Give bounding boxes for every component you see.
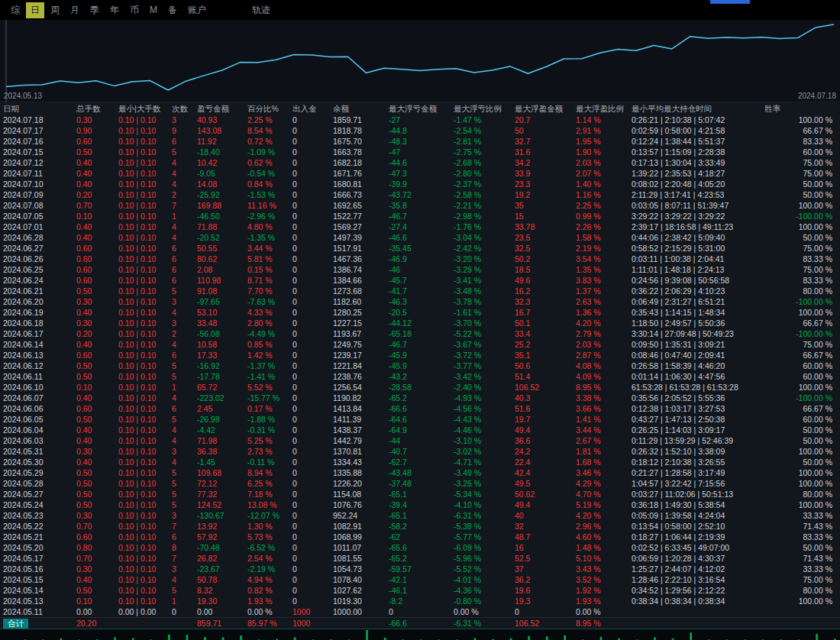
tab-summary[interactable]: 综 bbox=[6, 2, 24, 18]
table-row[interactable]: 2024.06.250.600.10 | 0.1062.080.15 %0138… bbox=[0, 264, 840, 275]
table-cell: 3 bbox=[169, 296, 194, 307]
table-cell: 2024.05.22 bbox=[0, 521, 73, 532]
table-row[interactable]: 2024.07.010.400.10 | 0.10471.884.80 %015… bbox=[0, 221, 840, 232]
table-row[interactable]: 2024.05.310.300.10 | 0.10336.382.73 %013… bbox=[0, 446, 840, 457]
table-cell: 35 bbox=[512, 200, 573, 211]
table-cell: 91.08 bbox=[194, 286, 244, 296]
table-cell: 0 bbox=[289, 499, 330, 510]
tab-weekly[interactable]: 周 bbox=[46, 2, 64, 18]
table-row[interactable]: 2024.05.290.500.10 | 0.105109.688.94 %01… bbox=[0, 467, 840, 478]
table-row[interactable]: 2024.06.050.500.10 | 0.105-26.98-1.88 %0… bbox=[0, 414, 840, 425]
table-cell: 3 bbox=[169, 115, 194, 125]
tab-yearly[interactable]: 年 bbox=[105, 2, 124, 18]
col-header-total-lots[interactable]: 总手数 bbox=[73, 102, 115, 115]
table-cell: 0:34:52 | 1:29:56 | 2:12:22 bbox=[628, 585, 761, 596]
table-row[interactable]: 2024.05.280.500.10 | 0.10572.126.25 %012… bbox=[0, 478, 840, 489]
table-row[interactable]: 2024.06.280.400.10 | 0.104-20.52-1.35 %0… bbox=[0, 232, 840, 243]
table-row[interactable]: 2024.07.090.200.10 | 0.102-25.92-1.53 %0… bbox=[0, 189, 840, 200]
table-row[interactable]: 2024.05.240.500.10 | 0.105124.5213.08 %0… bbox=[0, 499, 840, 510]
table-row[interactable]: 2024.07.180.300.10 | 0.10340.932.25 %018… bbox=[0, 115, 840, 125]
table-row[interactable]: 2024.06.130.600.10 | 0.10617.331.42 %012… bbox=[0, 350, 840, 360]
table-row[interactable]: 2024.06.260.600.10 | 0.10680.625.81 %014… bbox=[0, 254, 840, 264]
table-row[interactable]: 2024.06.100.100.10 | 0.10165.725.52 %012… bbox=[0, 382, 840, 393]
table-row[interactable]: 2024.05.210.600.10 | 0.10657.925.73 %010… bbox=[0, 532, 840, 542]
col-header-percent[interactable]: 百分比% bbox=[244, 102, 289, 115]
col-header-holding-time[interactable]: 最小平均最大持仓时间 bbox=[628, 102, 761, 115]
table-cell: 80.00 % bbox=[761, 585, 840, 596]
tab-daily[interactable]: 日 bbox=[26, 2, 44, 18]
table-row[interactable]: 2024.06.240.600.10 | 0.106110.988.71 %01… bbox=[0, 275, 840, 286]
table-row[interactable]: 2024.06.270.600.10 | 0.10650.553.44 %015… bbox=[0, 243, 840, 254]
table-cell: -65.2 bbox=[386, 393, 451, 403]
table-row[interactable]: 2024.05.220.700.10 | 0.10713.921.30 %010… bbox=[0, 521, 840, 532]
table-row[interactable]: 2024.06.070.400.10 | 0.104-223.02-15.77 … bbox=[0, 393, 840, 403]
table-row[interactable]: 2024.05.160.300.10 | 0.103-23.67-2.19 %0… bbox=[0, 564, 840, 574]
table-row[interactable]: 2024.05.270.500.10 | 0.10577.327.18 %011… bbox=[0, 489, 840, 499]
table-cell: -26.98 bbox=[194, 414, 244, 425]
col-header-balance[interactable]: 余额 bbox=[330, 102, 386, 115]
col-header-max-float-profit-pct[interactable]: 最大浮盈比例 bbox=[573, 102, 628, 115]
col-header-pnl-amount[interactable]: 盈亏金额 bbox=[194, 102, 244, 115]
table-row[interactable]: 2024.06.040.400.10 | 0.104-4.42-0.31 %01… bbox=[0, 425, 840, 435]
table-row[interactable]: 2024.07.050.100.10 | 0.101-46.50-2.96 %0… bbox=[0, 211, 840, 221]
table-row[interactable]: 2024.06.030.400.10 | 0.10471.985.25 %014… bbox=[0, 435, 840, 446]
table-cell: 2024.07.01 bbox=[0, 221, 73, 232]
table-cell: 71.98 bbox=[194, 435, 244, 446]
table-cell: 100.00 % bbox=[761, 478, 840, 489]
table-row[interactable]: 2024.05.130.100.10 | 0.10119.301.93 %010… bbox=[0, 596, 840, 606]
table-row[interactable]: 2024.07.110.400.10 | 0.104-9.05-0.54 %01… bbox=[0, 168, 840, 179]
table-row[interactable]: 2024.05.300.400.10 | 0.104-1.45-0.11 %01… bbox=[0, 457, 840, 467]
table-row[interactable]: 2024.06.170.200.10 | 0.102-56.08-4.49 %0… bbox=[0, 328, 840, 339]
table-row[interactable]: 2024.06.210.500.10 | 0.10591.087.70 %012… bbox=[0, 286, 840, 296]
pnl-bar bbox=[654, 638, 656, 640]
tab-quarterly[interactable]: 季 bbox=[86, 2, 104, 18]
table-row[interactable]: 2024.07.120.400.10 | 0.10410.420.62 %016… bbox=[0, 157, 840, 168]
tab-trajectory[interactable]: 轨迹 bbox=[247, 2, 275, 18]
table-row[interactable]: 2024.07.170.900.10 | 0.109143.088.54 %01… bbox=[0, 125, 840, 136]
table-row[interactable]: 2024.06.110.500.10 | 0.105-17.78-1.41 %0… bbox=[0, 371, 840, 382]
table-row[interactable]: 2024.05.140.500.10 | 0.1058.320.82 %0102… bbox=[0, 585, 840, 596]
col-header-max-float-loss-pct[interactable]: 最大浮亏比例 bbox=[451, 102, 512, 115]
table-cell: 0.10 | 0.10 bbox=[115, 574, 169, 585]
equity-line bbox=[6, 24, 834, 90]
tab-notes[interactable]: 备 bbox=[163, 2, 182, 18]
table-cell: 0.10 | 0.10 bbox=[115, 478, 169, 489]
tab-account[interactable]: 账户 bbox=[183, 2, 211, 18]
table-cell: 1019.30 bbox=[330, 596, 386, 606]
table-row[interactable]: 2024.07.150.500.10 | 0.105-18.40-1.09 %0… bbox=[0, 147, 840, 157]
table-cell: 1413.84 bbox=[330, 403, 386, 414]
table-row[interactable]: 2024.05.170.700.10 | 0.10726.822.54 %010… bbox=[0, 553, 840, 564]
col-header-cashflow[interactable]: 出入金 bbox=[289, 102, 330, 115]
table-row[interactable]: 2024.06.190.400.10 | 0.10453.104.33 %012… bbox=[0, 307, 840, 318]
col-header-date[interactable]: 日期 bbox=[0, 102, 73, 115]
table-row[interactable]: 2024.06.060.600.10 | 0.1062.450.17 %0141… bbox=[0, 403, 840, 414]
tab-monthly[interactable]: 月 bbox=[66, 2, 84, 18]
col-header-winrate[interactable]: 胜率 bbox=[761, 102, 840, 115]
table-cell: 9 bbox=[169, 125, 194, 136]
table-row[interactable]: 2024.05.230.300.10 | 0.103-130.67-12.07 … bbox=[0, 510, 840, 521]
table-cell: 0.10 | 0.10 bbox=[115, 467, 169, 478]
table-cell: 1:28:46 | 2:22:10 | 3:16:54 bbox=[628, 574, 761, 585]
table-row[interactable]: 2024.07.080.700.10 | 0.107169.8811.16 %0… bbox=[0, 200, 840, 211]
tab-currency[interactable]: 币 bbox=[125, 2, 144, 18]
table-row[interactable]: 2024.06.180.300.10 | 0.10333.482.80 %012… bbox=[0, 318, 840, 328]
tab-m[interactable]: M bbox=[145, 3, 162, 17]
table-row[interactable]: 2024.05.200.800.10 | 0.108-70.48-6.52 %0… bbox=[0, 542, 840, 553]
table-cell bbox=[628, 606, 761, 618]
table-row[interactable]: 2024.06.140.400.10 | 0.10410.580.85 %012… bbox=[0, 339, 840, 350]
table-row[interactable]: 2024.05.150.400.10 | 0.10450.784.94 %010… bbox=[0, 574, 840, 585]
table-cell: 0 bbox=[289, 360, 330, 371]
table-cell: -0.31 % bbox=[244, 425, 289, 435]
table-row[interactable]: 2024.06.200.300.10 | 0.103-97.65-7.63 %0… bbox=[0, 296, 840, 307]
table-row[interactable]: 2024.07.100.400.10 | 0.10414.080.84 %016… bbox=[0, 179, 840, 189]
table-row[interactable]: 2024.07.160.600.10 | 0.10611.920.72 %016… bbox=[0, 136, 840, 147]
col-header-min-max-lots[interactable]: 最小|大手数 bbox=[115, 102, 169, 115]
col-header-count[interactable]: 次数 bbox=[169, 102, 194, 115]
table-row[interactable]: 2024.05.110.000.00 | 0.0000.000.00 %1000… bbox=[0, 606, 840, 618]
table-cell: 37 bbox=[512, 564, 573, 574]
table-cell: 1671.76 bbox=[330, 168, 386, 179]
col-header-max-float-profit[interactable]: 最大浮盈金额 bbox=[512, 102, 573, 115]
table-cell: 1190.82 bbox=[330, 393, 386, 403]
col-header-max-float-loss[interactable]: 最大浮亏金额 bbox=[386, 102, 451, 115]
table-row[interactable]: 2024.06.120.500.10 | 0.105-16.92-1.37 %0… bbox=[0, 360, 840, 371]
